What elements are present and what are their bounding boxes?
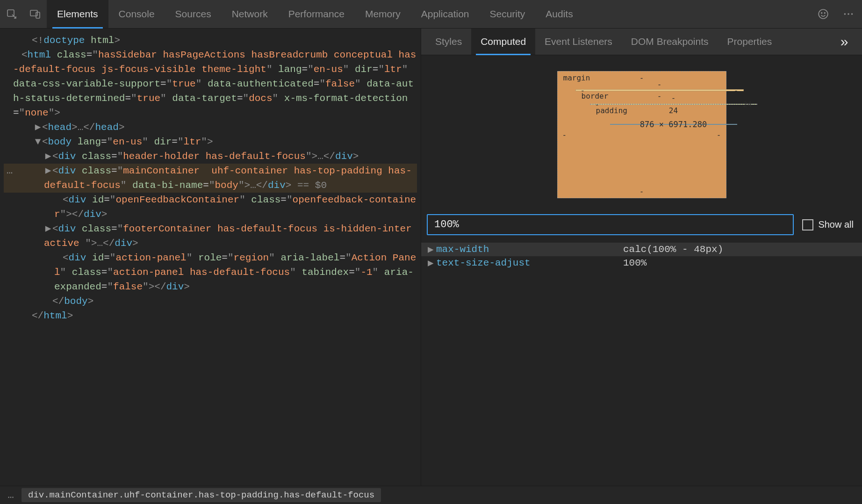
breadcrumb-classes: .mainContainer.uhf-container.has-top-pad… [44, 490, 374, 500]
svg-rect-2 [36, 12, 40, 18]
side-tab-event-listeners[interactable]: Event Listeners [535, 29, 622, 55]
expand-toggle-icon[interactable]: ▶ [44, 149, 52, 164]
dom-node[interactable]: ▶<head>…</head> [4, 120, 417, 135]
gutter-ellipsis-icon: … [7, 164, 13, 178]
computed-filter-row: Show all [421, 209, 862, 240]
show-all-checkbox[interactable] [802, 219, 813, 230]
tab-network[interactable]: Network [222, 0, 278, 28]
box-model-padding-label: padding [596, 106, 627, 115]
box-model-border[interactable]: border - - - - padding 24 24 - - [575, 89, 744, 91]
dom-node[interactable]: …▶<div class="mainContainer uhf-containe… [4, 164, 417, 193]
tab-audits[interactable]: Audits [535, 0, 583, 28]
dom-node[interactable]: <div id="openFeedbackContainer" class="o… [4, 193, 417, 222]
side-tab-dom-breakpoints[interactable]: DOM Breakpoints [622, 29, 718, 55]
computed-property-row[interactable]: ▶text-size-adjust100% [421, 256, 862, 270]
tab-elements[interactable]: Elements [47, 0, 108, 28]
computed-filter-input[interactable] [427, 214, 794, 235]
side-tab-computed[interactable]: Computed [471, 29, 535, 55]
box-model-border-label: border [582, 92, 609, 101]
tab-memory[interactable]: Memory [355, 0, 411, 28]
expand-toggle-icon[interactable]: ▼ [34, 135, 42, 149]
property-value: calc(100% - 48px) [623, 244, 723, 255]
dom-node[interactable]: ▶<div class="header-holder has-default-f… [4, 149, 417, 164]
dom-node[interactable]: ▶<div class="footerContainer has-default… [4, 222, 417, 251]
property-name: text-size-adjust [436, 258, 623, 268]
side-tab-properties[interactable]: Properties [718, 29, 782, 55]
box-model-margin-label: margin [563, 73, 590, 82]
show-all-label: Show all [818, 219, 854, 230]
side-tab-styles[interactable]: Styles [426, 29, 471, 55]
svg-point-4 [821, 13, 822, 14]
tab-security[interactable]: Security [479, 0, 535, 28]
svg-point-5 [824, 13, 825, 14]
dom-node[interactable]: <div id="action-panel" role="region" ari… [4, 251, 417, 294]
expand-toggle-icon[interactable]: ▶ [44, 164, 52, 178]
breadcrumb-more-icon[interactable]: … [0, 490, 22, 501]
dom-tree[interactable]: <!doctype html><html class="hasSidebar h… [0, 29, 421, 487]
main-tabs: ElementsConsoleSourcesNetworkPerformance… [47, 0, 583, 28]
svg-point-6 [844, 13, 846, 14]
tab-application[interactable]: Application [411, 0, 480, 28]
expand-toggle-icon[interactable]: ▶ [44, 222, 52, 236]
box-model-padding[interactable]: padding 24 24 - - 876 × 6971.280 [590, 104, 757, 105]
device-toolbar-icon[interactable] [23, 0, 47, 28]
property-name: max-width [436, 244, 623, 255]
tab-performance[interactable]: Performance [278, 0, 355, 28]
dom-node[interactable]: </html> [4, 309, 417, 323]
feedback-smiley-icon[interactable] [815, 6, 831, 22]
more-options-icon[interactable] [840, 6, 856, 22]
breadcrumb-tag: div [28, 490, 44, 500]
breadcrumb-selected-node[interactable]: div.mainContainer.uhf-container.has-top-… [22, 488, 381, 502]
dom-node[interactable]: <html class="hasSidebar hasPageActions h… [4, 48, 417, 120]
show-all-toggle[interactable]: Show all [802, 219, 854, 230]
svg-point-3 [819, 9, 828, 19]
dom-node[interactable]: <!doctype html> [4, 33, 417, 48]
tab-sources[interactable]: Sources [165, 0, 222, 28]
property-value: 100% [623, 258, 646, 268]
dom-node[interactable]: </body> [4, 294, 417, 309]
expand-toggle-icon[interactable]: ▶ [34, 120, 42, 135]
elements-panel: <!doctype html><html class="hasSidebar h… [0, 29, 421, 487]
box-model-content-size: 876 × 6971.280 [640, 120, 707, 129]
inspect-element-icon[interactable] [0, 0, 23, 28]
computed-properties: ▶max-widthcalc(100% - 48px)▶text-size-ad… [421, 240, 862, 270]
expand-toggle-icon[interactable]: ▶ [428, 257, 436, 269]
devtools-toolbar: ElementsConsoleSourcesNetworkPerformance… [0, 0, 862, 29]
box-model-content[interactable]: 876 × 6971.280 [610, 124, 737, 125]
side-panel: StylesComputedEvent ListenersDOM Breakpo… [421, 29, 862, 487]
expand-toggle-icon[interactable]: ▶ [428, 244, 436, 255]
computed-property-row[interactable]: ▶max-widthcalc(100% - 48px) [421, 243, 862, 256]
side-tabs-more-icon[interactable]: » [831, 34, 862, 50]
tab-console[interactable]: Console [108, 0, 165, 28]
dom-node[interactable]: ▼<body lang="en-us" dir="ltr"> [4, 135, 417, 149]
box-model-margin[interactable]: margin - - - - border - - - - paddin [557, 71, 726, 198]
svg-point-8 [851, 13, 853, 14]
side-tabs: StylesComputedEvent ListenersDOM Breakpo… [421, 29, 862, 55]
box-model[interactable]: margin - - - - border - - - - paddin [421, 55, 862, 209]
svg-point-7 [848, 13, 849, 14]
breadcrumb-bar: … div.mainContainer.uhf-container.has-to… [0, 486, 862, 504]
